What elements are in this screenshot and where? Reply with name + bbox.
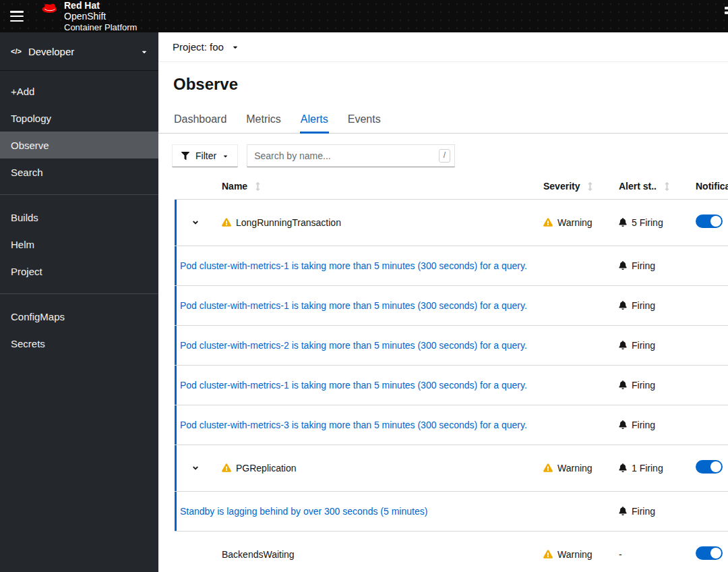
severity-badge: Warning [557, 463, 593, 474]
warning-triangle-icon [543, 218, 553, 227]
warning-triangle-icon [543, 463, 553, 472]
bell-icon [619, 380, 627, 389]
search-input[interactable] [254, 150, 439, 161]
page-title: Observe [173, 75, 728, 94]
severity-badge: Warning [557, 217, 593, 228]
bell-icon [619, 463, 627, 472]
alert-message-link[interactable]: Pod cluster-with-metrics-1 is taking mor… [180, 260, 527, 271]
alert-detail-row: Pod cluster-with-metrics-2 is taking mor… [175, 325, 728, 365]
sort-icon[interactable] [664, 182, 670, 191]
collapse-chevron-icon[interactable] [186, 461, 205, 475]
perspective-label: Developer [28, 46, 74, 57]
sidebar-divider [0, 194, 158, 195]
warning-triangle-icon [222, 463, 231, 472]
caret-down-icon [141, 46, 148, 57]
alert-detail-row: Pod cluster-with-metrics-1 is taking mor… [175, 246, 728, 285]
bell-icon [619, 420, 627, 429]
bell-icon [619, 301, 627, 310]
perspective-switcher[interactable]: </> Developer [0, 32, 158, 71]
notifications-toggle[interactable] [696, 460, 723, 474]
severity-column-header[interactable]: Severity [538, 174, 613, 199]
alert-state-text: Firing [632, 380, 655, 391]
expand-column-header [175, 174, 216, 199]
alert-state-text: 1 Firing [632, 463, 663, 474]
alert-message-link[interactable]: Pod cluster-with-metrics-3 is taking mor… [180, 420, 527, 430]
bell-icon [619, 341, 627, 349]
alert-message-link[interactable]: Pod cluster-with-metrics-1 is taking mor… [180, 300, 527, 311]
alert-group-row: BackendsWaiting Warning - [175, 531, 728, 572]
sidebar-item-search[interactable]: Search [0, 159, 158, 185]
tab-metrics[interactable]: Metrics [245, 108, 282, 133]
filter-icon [181, 152, 189, 160]
tabs: Dashboard Metrics Alerts Events [158, 108, 728, 134]
alert-rule-name[interactable]: LongRunningTransaction [236, 217, 341, 228]
alert-rule-name[interactable]: PGReplication [236, 463, 297, 474]
filter-label: Filter [195, 150, 216, 161]
search-shortcut-key: / [439, 149, 450, 162]
bell-icon [619, 218, 627, 227]
brand-line2: OpenShift [64, 11, 137, 22]
brand-line1: Red Hat [64, 0, 137, 11]
sidebar-item-project[interactable]: Project [0, 258, 158, 285]
sort-icon[interactable] [587, 182, 593, 191]
brand-line3: Container Platform [64, 22, 137, 32]
masthead: Red Hat OpenShift Container Platform [0, 0, 728, 32]
sidebar-item-builds[interactable]: Builds [0, 204, 158, 231]
sidebar-item-helm[interactable]: Helm [0, 231, 158, 258]
alert-state-text: 5 Firing [632, 217, 663, 228]
filter-dropdown[interactable]: Filter [172, 144, 238, 167]
bell-icon [619, 507, 627, 515]
alerts-table: Name Severity [175, 174, 728, 572]
alert-state-text: - [619, 549, 622, 560]
main-content: Project: foo Observe Dashboard Metrics A… [158, 32, 728, 572]
brand-logo: Red Hat OpenShift Container Platform [40, 0, 137, 32]
alert-message-link[interactable]: Pod cluster-with-metrics-1 is taking mor… [180, 380, 527, 391]
collapse-chevron-icon[interactable] [186, 216, 205, 229]
sidebar-item-topology[interactable]: Topology [0, 105, 158, 132]
masthead-overflow-icon[interactable] [725, 7, 728, 16]
tab-events[interactable]: Events [347, 108, 382, 133]
alert-state-text: Firing [632, 420, 655, 430]
sidebar-item-configmaps[interactable]: ConfigMaps [0, 303, 158, 330]
alert-state-text: Firing [632, 340, 655, 351]
sidebar-divider [0, 293, 158, 294]
caret-down-icon [222, 150, 229, 161]
search-box: / [247, 144, 455, 167]
alerts-toolbar: Filter / [158, 134, 728, 174]
alert-group-row: LongRunningTransaction Warning 5 Firing [175, 199, 728, 246]
alert-state-text: Firing [632, 260, 655, 271]
sort-icon[interactable] [255, 182, 261, 191]
notifications-toggle[interactable] [696, 214, 723, 228]
nav-toggle-hamburger-icon[interactable] [10, 11, 24, 22]
code-icon: </> [11, 47, 22, 55]
warning-triangle-icon [222, 218, 231, 227]
alert-state-column-header[interactable]: Alert st.. [613, 174, 690, 199]
alert-state-text: Firing [632, 506, 655, 517]
alert-state-text: Firing [632, 300, 655, 311]
table-header-row: Name Severity [175, 174, 728, 199]
alert-message-link[interactable]: Pod cluster-with-metrics-2 is taking mor… [180, 340, 527, 351]
sidebar-item-secrets[interactable]: Secrets [0, 330, 158, 357]
name-column-header[interactable]: Name [216, 174, 538, 199]
sidebar-item-observe[interactable]: Observe [0, 132, 158, 159]
alert-detail-row: Standby is lagging behind by over 300 se… [175, 491, 728, 531]
notifications-toggle[interactable] [696, 546, 723, 560]
alert-rule-name[interactable]: BackendsWaiting [222, 549, 295, 560]
notifications-column-header[interactable]: Notifications [690, 174, 728, 199]
tab-alerts[interactable]: Alerts [300, 108, 329, 133]
project-selector[interactable]: Project: foo [173, 41, 239, 53]
project-bar: Project: foo [158, 32, 728, 62]
sidebar-nav: </> Developer +Add Topology Observe Sear… [0, 32, 158, 572]
bell-icon [619, 261, 627, 270]
warning-triangle-icon [543, 550, 553, 559]
alert-detail-row: Pod cluster-with-metrics-1 is taking mor… [175, 285, 728, 325]
alert-detail-row: Pod cluster-with-metrics-1 is taking mor… [175, 365, 728, 405]
caret-down-icon [232, 41, 239, 53]
alert-group-row: PGReplication Warning 1 Firing [175, 445, 728, 491]
alert-detail-row: Pod cluster-with-metrics-3 is taking mor… [175, 405, 728, 445]
project-selector-label: Project: foo [173, 41, 224, 53]
tab-dashboard[interactable]: Dashboard [173, 108, 227, 133]
redhat-fedora-icon [40, 3, 60, 21]
alert-message-link[interactable]: Standby is lagging behind by over 300 se… [180, 506, 427, 517]
sidebar-item-add[interactable]: +Add [0, 78, 158, 105]
